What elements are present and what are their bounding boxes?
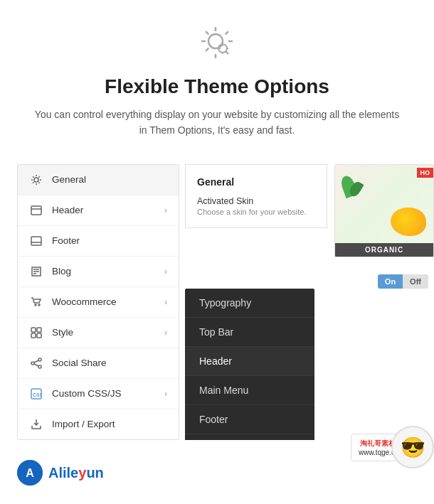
dropdown-item-main-menu[interactable]: Main Menu [185, 376, 314, 405]
sidebar-item-footer-label: Footer [52, 235, 167, 246]
chevron-down-icon: › [164, 389, 167, 399]
product-label: ORGANIC [335, 243, 433, 257]
toggle-on-button[interactable]: On [378, 274, 403, 289]
style-icon [29, 326, 43, 340]
field-label: Activated Skin [197, 196, 315, 206]
logo-icon: A [17, 460, 43, 486]
sidebar-item-header-label: Header [52, 205, 164, 215]
sidebar-item-woocommerce[interactable]: Woocommerce › [18, 287, 179, 318]
header-icon [29, 203, 43, 218]
svg-point-11 [38, 304, 40, 306]
product-image: HO [335, 165, 433, 243]
dropdown-item-typography[interactable]: Typography [185, 289, 314, 318]
dropdown-item-copyright[interactable]: Copyright [185, 434, 314, 440]
svg-rect-12 [31, 328, 36, 332]
import-icon [29, 417, 43, 431]
sidebar-item-social-share[interactable]: Social Share [18, 348, 179, 379]
general-icon [29, 173, 43, 187]
css-icon: CSS [29, 387, 43, 401]
product-leaves [342, 176, 364, 211]
svg-text:A: A [26, 467, 34, 479]
sidebar-item-general[interactable]: General [18, 165, 179, 195]
sidebar-item-social-share-label: Social Share [52, 358, 167, 368]
blog-icon [29, 264, 43, 279]
settings-icon [196, 21, 238, 64]
chevron-down-icon: › [164, 205, 167, 215]
field-description: Choose a skin for your website. [197, 208, 315, 216]
svg-rect-3 [31, 206, 41, 215]
glasses-icon: 😎 [391, 426, 434, 468]
sidebar-item-css-label: Custom CSS/JS [52, 388, 164, 399]
chevron-down-icon: › [164, 267, 167, 277]
toggle-area[interactable]: On Off [378, 274, 428, 289]
chevron-down-icon: › [164, 297, 167, 307]
svg-rect-13 [37, 328, 41, 332]
sidebar-item-style-label: Style [52, 327, 164, 338]
sidebar: General Header › Footer [17, 164, 179, 440]
dropdown-menu: Typography Top Bar Header Main Menu Foot… [185, 289, 314, 440]
svg-point-2 [34, 178, 38, 182]
panel-title: General [197, 176, 315, 188]
sidebar-item-general-label: General [52, 174, 167, 185]
svg-line-20 [34, 364, 38, 366]
sidebar-item-header[interactable]: Header › [18, 195, 179, 226]
footer-logo: A Alileyun [17, 449, 104, 497]
svg-point-16 [38, 358, 41, 361]
cart-icon [29, 295, 43, 309]
footer-icon [29, 234, 43, 248]
svg-text:CSS: CSS [33, 392, 42, 397]
general-panel: General Activated Skin Choose a skin for… [185, 164, 327, 228]
sidebar-item-blog[interactable]: Blog › [18, 257, 179, 287]
dropdown-item-footer[interactable]: Footer [185, 405, 314, 434]
dropdown-item-top-bar[interactable]: Top Bar [185, 318, 314, 347]
hero-section: Flexible Theme Options You can control e… [0, 0, 434, 153]
sidebar-item-woocommerce-label: Woocommerce [52, 296, 164, 307]
dropdown-item-header[interactable]: Header [185, 347, 314, 376]
product-fruit [391, 208, 426, 236]
logo-accent: y [78, 465, 86, 481]
sidebar-item-import-label: Import / Export [52, 419, 167, 429]
sidebar-item-import-export[interactable]: Import / Export [18, 409, 179, 439]
toggle-off-button[interactable]: Off [403, 274, 428, 289]
sidebar-item-style[interactable]: Style › [18, 318, 179, 348]
sidebar-item-blog-label: Blog [52, 266, 164, 277]
content-area: General Header › Footer [0, 164, 434, 440]
svg-rect-5 [31, 237, 41, 245]
page-description: You can control everything display on yo… [32, 107, 402, 139]
sidebar-item-custom-css-js[interactable]: CSS Custom CSS/JS › [18, 379, 179, 409]
right-panel: General Activated Skin Choose a skin for… [179, 164, 434, 440]
svg-point-10 [35, 304, 36, 306]
social-icon [29, 356, 43, 370]
logo-text: Alileyun [48, 465, 104, 481]
svg-point-18 [38, 365, 41, 368]
chevron-down-icon: › [164, 328, 167, 338]
svg-rect-14 [31, 333, 36, 338]
svg-rect-15 [37, 333, 41, 338]
svg-point-0 [208, 34, 223, 48]
page-title: Flexible Theme Options [14, 75, 420, 98]
sidebar-item-footer[interactable]: Footer [18, 226, 179, 257]
product-badge: HO [417, 168, 434, 178]
svg-line-19 [34, 360, 38, 363]
product-card: HO ORGANIC [334, 164, 434, 257]
svg-point-17 [31, 362, 34, 365]
